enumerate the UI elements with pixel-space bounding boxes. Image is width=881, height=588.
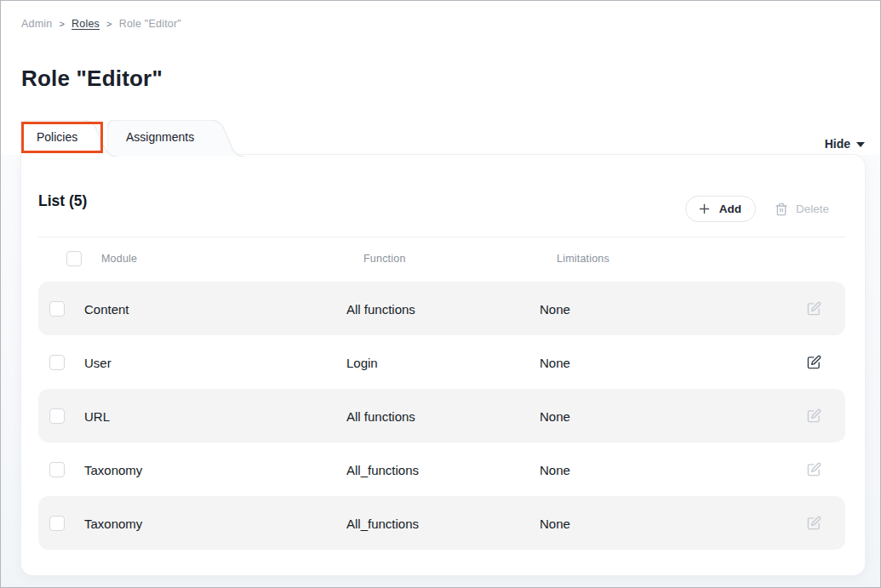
column-header-limitations: Limitations: [557, 253, 609, 265]
breadcrumb: Admin > Roles > Role "Editor": [21, 18, 181, 30]
table-row: URL All functions None: [21, 389, 865, 442]
tab-assignments-label: Assignments: [126, 120, 194, 155]
row-background: [38, 442, 845, 496]
divider: [38, 237, 845, 237]
hide-toggle[interactable]: Hide: [825, 137, 865, 151]
table-row: Content All functions None: [21, 282, 865, 335]
breadcrumb-separator: >: [59, 19, 65, 29]
policies-panel: List (5) Add Delete Module Function Limi…: [21, 155, 865, 575]
row-module: User: [84, 355, 112, 369]
row-limitations: None: [540, 301, 570, 316]
edit-icon[interactable]: [804, 353, 823, 372]
plus-icon: [697, 202, 712, 216]
hide-label: Hide: [825, 137, 850, 151]
row-limitations: None: [540, 516, 570, 530]
caret-down-icon: [856, 142, 865, 147]
row-function: All functions: [346, 301, 415, 316]
row-background: [38, 282, 845, 335]
edit-icon[interactable]: [804, 514, 823, 533]
row-module: URL: [84, 408, 110, 423]
column-header-function: Function: [363, 253, 406, 265]
trash-icon: [775, 203, 788, 216]
table-row: Taxonomy All_functions None: [21, 496, 865, 550]
row-function: All functions: [346, 408, 415, 423]
row-background: [38, 335, 845, 389]
edit-icon[interactable]: [804, 300, 823, 318]
toolbar: Add Delete: [685, 196, 829, 222]
breadcrumb-roles-link[interactable]: Roles: [72, 18, 100, 30]
list-title: List (5): [38, 192, 87, 210]
delete-button[interactable]: Delete: [775, 203, 829, 216]
page-title: Role "Editor": [21, 66, 163, 91]
row-module: Taxonomy: [84, 462, 142, 477]
row-checkbox[interactable]: [49, 462, 65, 477]
row-module: Content: [84, 301, 129, 316]
breadcrumb-admin: Admin: [21, 18, 52, 30]
add-button[interactable]: Add: [685, 196, 756, 222]
select-all-checkbox[interactable]: [66, 251, 82, 266]
row-checkbox[interactable]: [49, 516, 65, 531]
row-limitations: None: [540, 408, 570, 423]
table-header: Module Function Limitations: [38, 245, 845, 276]
row-background: [38, 496, 845, 550]
add-button-label: Add: [719, 203, 741, 215]
tab-policies-label: Policies: [37, 120, 77, 155]
row-checkbox[interactable]: [49, 408, 65, 424]
row-background: [38, 389, 845, 442]
edit-icon[interactable]: [804, 407, 823, 425]
breadcrumb-current: Role "Editor": [119, 18, 181, 30]
tab-assignments[interactable]: Assignments: [107, 120, 245, 157]
table-row: Taxonomy All_functions None: [21, 442, 865, 496]
tab-policies[interactable]: Policies: [21, 120, 117, 157]
row-limitations: None: [540, 355, 570, 369]
row-function: All_functions: [346, 516, 419, 530]
table-row: User Login None: [21, 335, 865, 389]
screen: Admin > Roles > Role "Editor" Role "Edit…: [0, 0, 881, 588]
row-module: Taxonomy: [84, 516, 142, 530]
breadcrumb-separator: >: [106, 19, 112, 29]
edit-icon[interactable]: [804, 460, 823, 479]
row-checkbox[interactable]: [49, 301, 65, 317]
row-function: All_functions: [346, 462, 419, 477]
column-header-module: Module: [101, 253, 137, 265]
row-checkbox[interactable]: [49, 355, 65, 370]
row-limitations: None: [540, 462, 570, 477]
delete-button-label: Delete: [796, 203, 829, 215]
policy-table-body: Content All functions None User Login No…: [21, 282, 865, 550]
row-function: Login: [346, 355, 378, 369]
